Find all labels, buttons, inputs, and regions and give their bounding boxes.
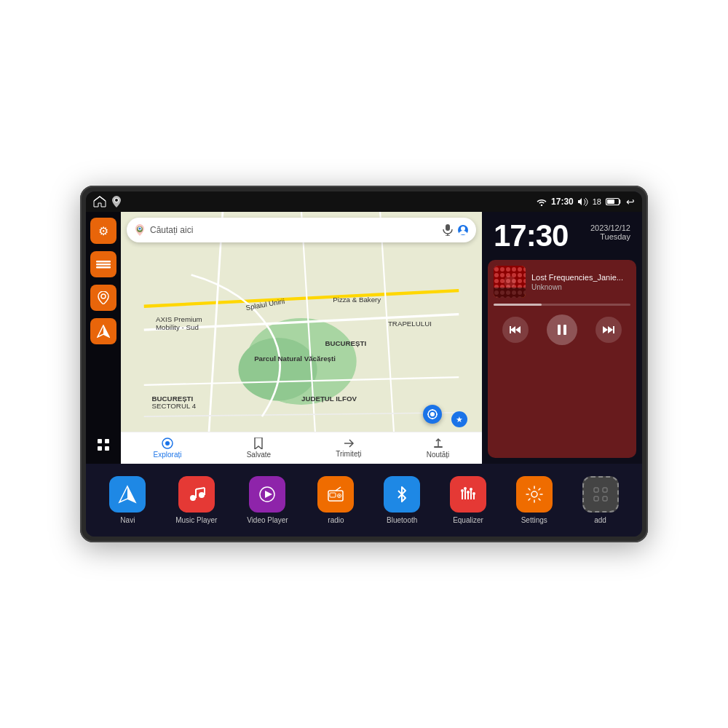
svg-point-1 (115, 199, 118, 202)
volume-icon[interactable] (578, 197, 588, 206)
prev-button[interactable] (502, 317, 529, 343)
sidebar-settings-btn[interactable]: ⚙ (90, 218, 116, 244)
map-share-btn[interactable]: Trimiteți (336, 438, 361, 458)
track-artist: Unknown (531, 283, 630, 291)
map-area[interactable]: AXIS Premium Mobility - Sud Pizza & Bake… (121, 212, 482, 464)
status-bar: 17:30 18 ↩ (86, 191, 642, 212)
svg-rect-40 (446, 224, 450, 231)
svg-marker-75 (265, 491, 272, 498)
app-settings-label: Settings (521, 516, 547, 524)
status-time: 17:30 (551, 197, 574, 207)
sidebar-map-btn[interactable] (90, 285, 116, 311)
svg-rect-4 (607, 199, 614, 204)
map-search-text: Căutați aici (150, 225, 438, 235)
svg-marker-68 (127, 486, 135, 502)
map-saved-btn[interactable]: Salvate (247, 438, 271, 459)
progress-bar-fill (494, 304, 542, 306)
clock-area: 17:30 2023/12/12 Tuesday (482, 212, 642, 260)
svg-text:Mobility - Sud: Mobility - Sud (156, 323, 199, 331)
sidebar-dots-btn[interactable] (90, 432, 116, 458)
svg-point-8 (101, 294, 106, 298)
saved-label: Salvate (247, 451, 271, 459)
sidebar-files-btn[interactable] (90, 251, 116, 277)
map-explore-btn[interactable]: Explorați (154, 438, 182, 459)
map-news-btn[interactable]: Noutăți (427, 438, 450, 459)
map-search-bar[interactable]: Căutați aici (127, 218, 476, 242)
progress-bar-bg (494, 304, 630, 306)
account-icon[interactable] (457, 224, 469, 236)
svg-text:JUDEȚUL ILFOV: JUDEȚUL ILFOV (301, 395, 357, 403)
pause-button[interactable] (547, 314, 577, 345)
device-frame: 17:30 18 ↩ (80, 186, 648, 542)
svg-rect-11 (98, 439, 102, 443)
app-equalizer-label: Equalizer (453, 516, 483, 524)
status-right: 17:30 18 ↩ (537, 196, 635, 207)
svg-rect-94 (594, 496, 598, 501)
svg-marker-65 (608, 326, 613, 333)
news-label: Noutăți (427, 451, 450, 459)
left-sidebar: ⚙ (86, 212, 121, 464)
svg-text:BUCUREȘTI: BUCUREȘTI (152, 395, 194, 403)
map-icon[interactable] (112, 196, 121, 207)
svg-rect-62 (558, 325, 561, 335)
svg-rect-6 (96, 264, 111, 266)
nav-location-btn[interactable] (423, 405, 442, 424)
svg-point-45 (430, 412, 435, 416)
maps-logo (134, 224, 146, 236)
app-music-label: Music Player (175, 516, 217, 524)
app-settings[interactable]: Settings (516, 476, 553, 524)
app-music[interactable]: Music Player (175, 476, 217, 524)
app-bluetooth-label: Bluetooth (387, 516, 417, 524)
svg-rect-53 (434, 446, 443, 448)
music-track-info: Lost Frequencies_Janie... Unknown (494, 266, 630, 298)
app-add-label: add (594, 516, 606, 524)
svg-point-89 (470, 488, 472, 491)
map-bottom-bar: Explorați Salvate Trimiteț (121, 432, 482, 464)
svg-rect-93 (603, 488, 607, 492)
svg-point-58 (504, 276, 515, 288)
album-art (494, 266, 526, 298)
track-details: Lost Frequencies_Janie... Unknown (531, 273, 630, 291)
mic-icon[interactable] (443, 224, 453, 236)
battery-level: 18 (593, 197, 601, 206)
app-video[interactable]: Video Player (247, 476, 288, 524)
app-equalizer[interactable]: Equalizer (450, 476, 486, 524)
svg-rect-5 (96, 261, 111, 263)
svg-rect-57 (494, 288, 526, 298)
nav-star-btn[interactable]: ★ (451, 411, 467, 427)
svg-marker-60 (515, 326, 521, 333)
clock-day: Tuesday (590, 232, 630, 241)
svg-marker-59 (510, 326, 515, 333)
app-add[interactable]: add (582, 476, 619, 524)
app-navi[interactable]: Navi (109, 476, 146, 524)
back-icon[interactable]: ↩ (626, 196, 635, 207)
svg-line-73 (196, 488, 205, 489)
app-radio[interactable]: radio (317, 476, 354, 524)
svg-rect-95 (603, 496, 607, 501)
svg-point-44 (461, 226, 465, 231)
svg-text:AXIS Premium: AXIS Premium (156, 315, 202, 323)
music-controls (494, 312, 630, 348)
app-bluetooth[interactable]: Bluetooth (384, 476, 420, 524)
next-button[interactable] (596, 317, 622, 343)
clock-date: 2023/12/12 (590, 223, 630, 232)
wifi-icon (537, 197, 547, 206)
app-navi-label: Navi (120, 516, 135, 524)
svg-marker-10 (103, 325, 109, 337)
home-icon[interactable] (93, 196, 106, 207)
apps-row: Navi Music Player (86, 464, 642, 537)
svg-rect-61 (510, 326, 511, 333)
svg-text:BUCUREȘTI: BUCUREȘTI (325, 339, 366, 347)
sidebar-nav-btn[interactable] (90, 318, 116, 344)
svg-rect-78 (330, 493, 336, 497)
battery-icon (606, 197, 622, 206)
status-left (93, 196, 121, 207)
svg-point-86 (461, 489, 464, 492)
svg-point-70 (199, 492, 205, 498)
svg-text:SECTORUL 4: SECTORUL 4 (152, 402, 197, 410)
svg-marker-64 (603, 326, 608, 333)
svg-point-2 (541, 205, 542, 206)
svg-text:Parcul Natural Văcărești: Parcul Natural Văcărești (254, 355, 336, 363)
svg-point-88 (467, 491, 470, 494)
svg-rect-7 (96, 266, 111, 269)
